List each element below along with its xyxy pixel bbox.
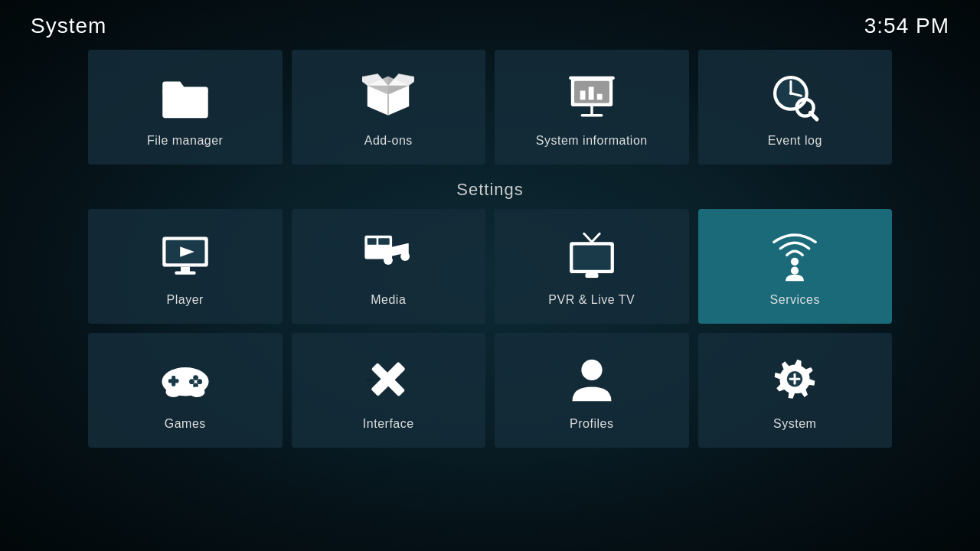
svg-rect-38 (585, 273, 598, 278)
tile-system-information-label: System information (536, 134, 648, 148)
svg-rect-43 (172, 376, 175, 386)
svg-line-34 (584, 233, 592, 242)
tile-interface-label: Interface (363, 417, 414, 431)
tile-event-log[interactable]: Event log (698, 50, 893, 165)
svg-rect-7 (580, 91, 585, 100)
tile-system-information[interactable]: System information (495, 50, 689, 165)
tile-file-manager[interactable]: File manager (88, 50, 283, 165)
svg-line-19 (811, 112, 818, 119)
svg-point-45 (197, 379, 202, 384)
svg-rect-9 (597, 94, 603, 100)
svg-rect-24 (175, 272, 195, 275)
clock-search-icon (767, 70, 822, 125)
tile-games-label: Games (165, 417, 206, 431)
gamepad-icon (158, 353, 213, 408)
tile-system[interactable]: System (698, 333, 893, 448)
tile-interface[interactable]: Interface (292, 333, 486, 448)
clock: 3:54 PM (864, 14, 949, 38)
tile-media-label: Media (371, 293, 406, 307)
svg-point-54 (581, 360, 602, 380)
tile-add-ons[interactable]: Add-ons (292, 50, 486, 165)
tile-pvr-live-tv-label: PVR & Live TV (548, 293, 635, 307)
svg-point-44 (193, 375, 198, 380)
tile-add-ons-label: Add-ons (364, 134, 413, 148)
tile-profiles[interactable]: Profiles (495, 333, 689, 448)
folder-icon (158, 70, 213, 125)
svg-rect-23 (181, 267, 190, 272)
svg-point-40 (791, 267, 799, 275)
svg-point-48 (165, 387, 181, 398)
tv-icon (564, 229, 619, 284)
tile-file-manager-label: File manager (147, 134, 223, 148)
tile-profiles-label: Profiles (570, 417, 613, 431)
svg-rect-8 (589, 86, 594, 99)
svg-rect-12 (569, 77, 615, 80)
tile-event-log-label: Event log (768, 134, 822, 148)
settings-label: Settings (88, 180, 892, 200)
svg-line-35 (592, 233, 599, 242)
svg-rect-27 (379, 238, 390, 245)
tile-system-label: System (773, 417, 816, 431)
page-title: System (31, 14, 106, 38)
svg-line-53 (367, 377, 374, 384)
interface-icon (361, 353, 416, 408)
tile-media[interactable]: Media (292, 209, 486, 324)
bottom-grid: Player (88, 209, 892, 448)
tile-games[interactable]: Games (88, 333, 283, 448)
svg-rect-0 (162, 90, 208, 118)
profiles-icon (564, 353, 619, 408)
system-icon (767, 353, 822, 408)
player-icon (158, 229, 213, 284)
svg-point-39 (791, 258, 799, 266)
page: System 3:54 PM File manager (0, 0, 980, 551)
tile-player[interactable]: Player (88, 209, 283, 324)
tile-player-label: Player (167, 293, 204, 307)
tile-services-label: Services (770, 293, 820, 307)
svg-rect-37 (573, 246, 610, 270)
svg-point-47 (189, 379, 194, 384)
content-area: File manager (0, 46, 980, 448)
presentation-icon (564, 70, 619, 125)
tile-pvr-live-tv[interactable]: PVR & Live TV (495, 209, 689, 324)
box-icon (361, 70, 416, 125)
svg-point-49 (189, 387, 204, 398)
top-grid: File manager (88, 50, 892, 165)
svg-rect-26 (368, 238, 377, 245)
tile-services[interactable]: Services (698, 209, 893, 324)
header: System 3:54 PM (0, 0, 980, 46)
services-icon (767, 229, 822, 284)
svg-point-17 (789, 92, 792, 95)
media-icon (361, 229, 416, 284)
